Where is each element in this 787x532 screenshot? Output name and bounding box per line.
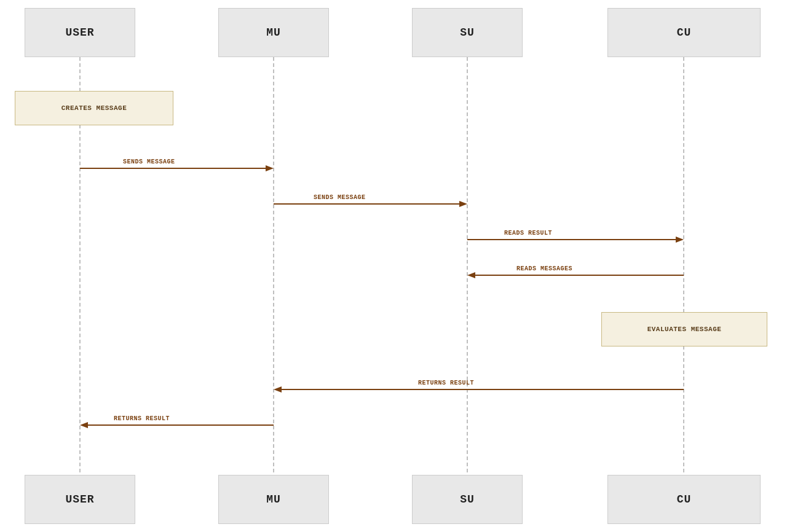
actor-cu-top: CU (607, 8, 761, 57)
arrow-label-returns-result-1: RETURNS RESULT (418, 380, 474, 386)
arrow-label-sends-2: SENDS MESSAGE (314, 194, 366, 201)
arrows-svg (0, 0, 787, 532)
arrow-label-returns-result-2: RETURNS RESULT (114, 415, 170, 422)
svg-marker-7 (459, 201, 467, 207)
svg-marker-11 (467, 272, 475, 278)
actor-user-top: USER (25, 8, 135, 57)
svg-marker-15 (80, 422, 88, 428)
actor-cu-bottom: CU (607, 475, 761, 524)
svg-marker-13 (274, 386, 282, 393)
sequence-diagram: USER MU SU CU USER MU SU CU CREATES MESS… (0, 0, 787, 532)
actor-user-bottom: USER (25, 475, 135, 524)
actor-mu-bottom: MU (218, 475, 329, 524)
arrow-label-reads-messages: READS MESSAGES (516, 265, 572, 272)
actor-mu-top: MU (218, 8, 329, 57)
svg-marker-5 (266, 165, 274, 171)
svg-marker-9 (676, 237, 684, 243)
evaluates-message-note: EVALUATES MESSAGE (601, 312, 767, 346)
actor-su-top: SU (412, 8, 523, 57)
arrow-label-sends-1: SENDS MESSAGE (123, 158, 175, 165)
actor-su-bottom: SU (412, 475, 523, 524)
creates-message-note: CREATES MESSAGE (15, 91, 173, 125)
arrow-label-reads-result: READS RESULT (504, 230, 552, 237)
